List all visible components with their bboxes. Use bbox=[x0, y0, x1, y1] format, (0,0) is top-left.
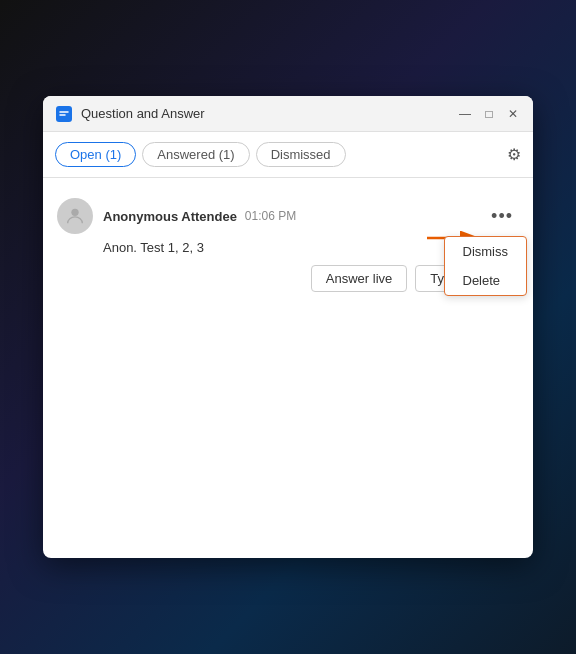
tabs-bar: Open (1) Answered (1) Dismissed ⚙ bbox=[43, 132, 533, 178]
more-options-button[interactable]: ••• bbox=[485, 205, 519, 227]
avatar bbox=[57, 198, 93, 234]
context-menu-delete[interactable]: Delete bbox=[445, 266, 527, 295]
window-controls: — □ ✕ bbox=[457, 106, 521, 122]
window-title: Question and Answer bbox=[81, 106, 457, 121]
question-time: 01:06 PM bbox=[245, 209, 296, 223]
context-menu: Dismiss Delete bbox=[444, 236, 528, 296]
answer-live-button[interactable]: Answer live bbox=[311, 265, 407, 292]
svg-rect-0 bbox=[56, 106, 72, 122]
settings-button[interactable]: ⚙ bbox=[507, 145, 521, 164]
tab-answered[interactable]: Answered (1) bbox=[142, 142, 249, 167]
svg-point-1 bbox=[71, 209, 78, 216]
close-button[interactable]: ✕ bbox=[505, 106, 521, 122]
qa-window: Question and Answer — □ ✕ Open (1) Answe… bbox=[43, 96, 533, 558]
app-icon bbox=[55, 105, 73, 123]
title-bar: Question and Answer — □ ✕ bbox=[43, 96, 533, 132]
context-menu-dismiss[interactable]: Dismiss bbox=[445, 237, 527, 266]
attendee-name: Anonymous Attendee bbox=[103, 209, 237, 224]
tab-open[interactable]: Open (1) bbox=[55, 142, 136, 167]
tab-dismissed[interactable]: Dismissed bbox=[256, 142, 346, 167]
maximize-button[interactable]: □ bbox=[481, 106, 497, 122]
qa-content: Anonymous Attendee 01:06 PM ••• Anon. Te… bbox=[43, 178, 533, 558]
minimize-button[interactable]: — bbox=[457, 106, 473, 122]
